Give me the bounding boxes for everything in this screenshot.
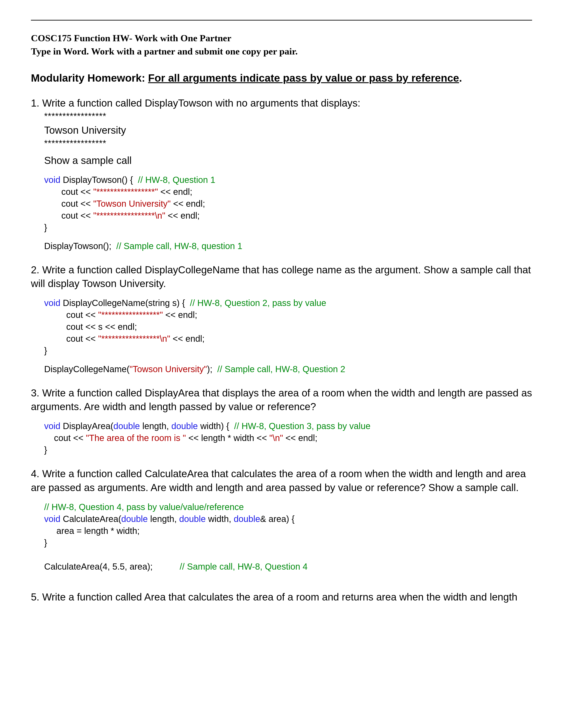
q3-prompt-2: arguments. Are width and length passed b…: [31, 400, 532, 413]
q3-line1a: cout <<: [44, 433, 86, 443]
q4-sig-a: CalculateArea(: [60, 514, 121, 524]
q4-close: }: [44, 538, 47, 548]
q2-line1b: << endl;: [163, 310, 197, 320]
q4-code: // HW-8, Question 4, pass by value/value…: [31, 501, 532, 572]
q1-call-comment: // Sample call, HW-8, question 1: [116, 241, 242, 251]
q1-line2a: cout <<: [44, 199, 93, 208]
q4-call: CalculateArea(4, 5.5, area);: [44, 562, 180, 571]
q5-prompt: 5. Write a function called Area that cal…: [31, 590, 532, 604]
q3-line1c: << endl;: [283, 433, 318, 443]
q2-prompt-2: will display Towson University.: [31, 277, 532, 290]
q1-close: }: [44, 223, 47, 232]
q1-line1b: << endl;: [158, 187, 192, 197]
keyword-double: double: [113, 421, 140, 431]
q2-prompt: 2. Write a function called DisplayColleg…: [31, 263, 532, 277]
q4-prompt-2: are passed as arguments. Are width and l…: [31, 481, 532, 494]
q1-call: DisplayTowson(); // Sample call, HW-8, q…: [31, 240, 532, 252]
q2-line1a: cout <<: [44, 310, 98, 320]
q2-call: DisplayCollegeName("Towson University");…: [31, 363, 532, 375]
question-4: 4. Write a function called CalculateArea…: [31, 467, 532, 572]
q3-line1b: << length * width <<: [186, 433, 269, 443]
q2-line3b: << endl;: [170, 334, 205, 343]
heading-period: .: [459, 72, 462, 84]
q4-sig-b: length,: [148, 514, 179, 524]
q4-comment-line: // HW-8, Question 4, pass by value/value…: [44, 502, 244, 512]
q1-show-sample: Show a sample call: [31, 154, 532, 167]
heading-prefix: Modularity Homework:: [31, 72, 148, 84]
q3-sig-c: width) {: [198, 421, 234, 431]
q4-sig-d: & area) {: [260, 514, 295, 524]
keyword-void: void: [44, 175, 60, 185]
course-header-line-2: Type in Word. Work with a partner and su…: [31, 45, 532, 58]
q3-sig-a: DisplayArea(: [60, 421, 113, 431]
q3-line1-newline: "\n": [269, 433, 283, 443]
q1-line2b: << endl;: [171, 199, 205, 208]
q1-line1a: cout <<: [44, 187, 93, 197]
q1-line3b: << endl;: [165, 211, 200, 220]
q3-close: }: [44, 445, 47, 455]
top-horizontal-rule: [31, 20, 532, 21]
keyword-void: void: [44, 514, 60, 524]
q1-stars-top: *****************: [31, 111, 532, 121]
q2-sig-rest: DisplayCollegeName(string s) {: [60, 298, 190, 308]
q2-line1-string: "*****************": [98, 310, 163, 320]
q1-line2-string: "Towson University": [93, 199, 171, 208]
q1-line3-string: "*****************\n": [93, 211, 165, 220]
q2-close: }: [44, 346, 47, 355]
q4-sig-c: width,: [206, 514, 234, 524]
keyword-double: double: [171, 421, 198, 431]
q4-call-comment: // Sample call, HW-8, Question 4: [180, 562, 308, 571]
q2-call-a: DisplayCollegeName(: [44, 364, 130, 374]
q2-line3-string: "*****************\n": [98, 334, 170, 343]
q1-towson-text: Towson University: [31, 123, 532, 137]
keyword-void: void: [44, 421, 60, 431]
q1-code: void DisplayTowson() { // HW-8, Question…: [31, 174, 532, 233]
q4-body: area = length * width;: [44, 526, 139, 536]
q1-call-text: DisplayTowson();: [44, 241, 116, 251]
q1-sig-comment: // HW-8, Question 1: [138, 175, 215, 185]
q2-line3a: cout <<: [44, 334, 98, 343]
question-2: 2. Write a function called DisplayColleg…: [31, 263, 532, 375]
q1-line3a: cout <<: [44, 211, 93, 220]
q2-call-string: "Towson University": [130, 364, 207, 374]
keyword-void: void: [44, 298, 60, 308]
course-header-line-1: COSC175 Function HW- Work with One Partn…: [31, 32, 532, 45]
q4-prompt: 4. Write a function called CalculateArea…: [31, 467, 532, 480]
keyword-double: double: [121, 514, 148, 524]
keyword-double: double: [233, 514, 260, 524]
q3-sig-b: length,: [140, 421, 171, 431]
modularity-heading: Modularity Homework: For all arguments i…: [31, 71, 532, 85]
question-1: 1. Write a function called DisplayTowson…: [31, 96, 532, 252]
keyword-double: double: [179, 514, 206, 524]
question-5: 5. Write a function called Area that cal…: [31, 590, 532, 604]
q3-sig-comment: // HW-8, Question 3, pass by value: [234, 421, 371, 431]
q2-call-comment: // Sample call, HW-8, Question 2: [217, 364, 345, 374]
q3-code: void DisplayArea(double length, double w…: [31, 420, 532, 456]
question-3: 3. Write a function called DisplayArea t…: [31, 386, 532, 456]
q2-line2: cout << s << endl;: [44, 322, 137, 332]
q1-prompt: 1. Write a function called DisplayTowson…: [31, 96, 532, 110]
q2-code: void DisplayCollegeName(string s) { // H…: [31, 297, 532, 356]
q1-line1-string: "*****************": [93, 187, 158, 197]
q2-call-b: );: [207, 364, 217, 374]
q1-sig-rest: DisplayTowson() {: [60, 175, 138, 185]
heading-underlined: For all arguments indicate pass by value…: [148, 72, 459, 84]
q2-sig-comment: // HW-8, Question 2, pass by value: [190, 298, 326, 308]
q1-stars-bottom: *****************: [31, 138, 532, 148]
q3-prompt: 3. Write a function called DisplayArea t…: [31, 386, 532, 400]
q3-line1-string: "The area of the room is ": [86, 433, 186, 443]
